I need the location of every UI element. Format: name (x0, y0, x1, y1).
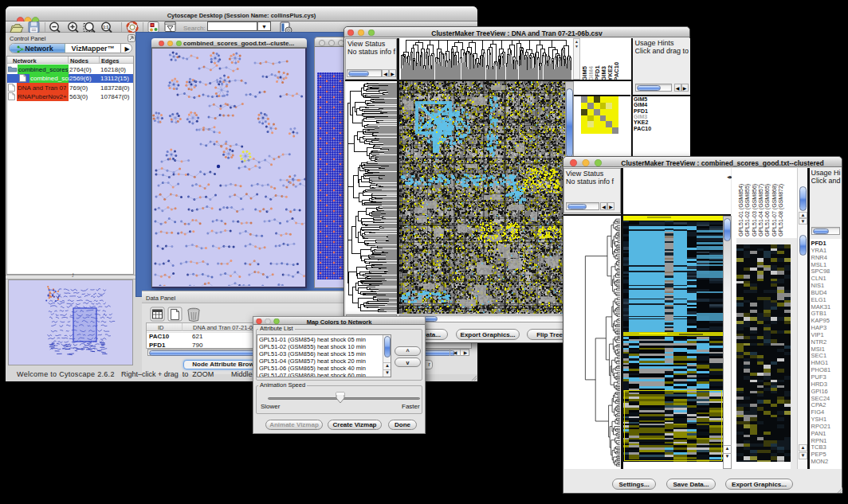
svg-text:GPL51-03 (GSM856): GPL51-03 (GSM856) (752, 184, 758, 236)
svg-text:GPL51-07 (GSM868): GPL51-07 (GSM868) (771, 184, 778, 236)
svg-text:PAC10: PAC10 (613, 62, 620, 81)
svg-text:1:1: 1:1 (103, 25, 108, 29)
svg-text:GPL51-08 (GSM872): GPL51-08 (GSM872) (778, 184, 784, 236)
svg-text:GPL51-02 (GSM855): GPL51-02 (GSM855) (744, 184, 751, 236)
svg-text:GPL51-06 (GSM865): GPL51-06 (GSM865) (764, 184, 771, 236)
svg-text:GPL51-04 (GSM857): GPL51-04 (GSM857) (758, 184, 764, 236)
svg-text:GPL51-01 (GSM854): GPL51-01 (GSM854) (738, 184, 744, 236)
